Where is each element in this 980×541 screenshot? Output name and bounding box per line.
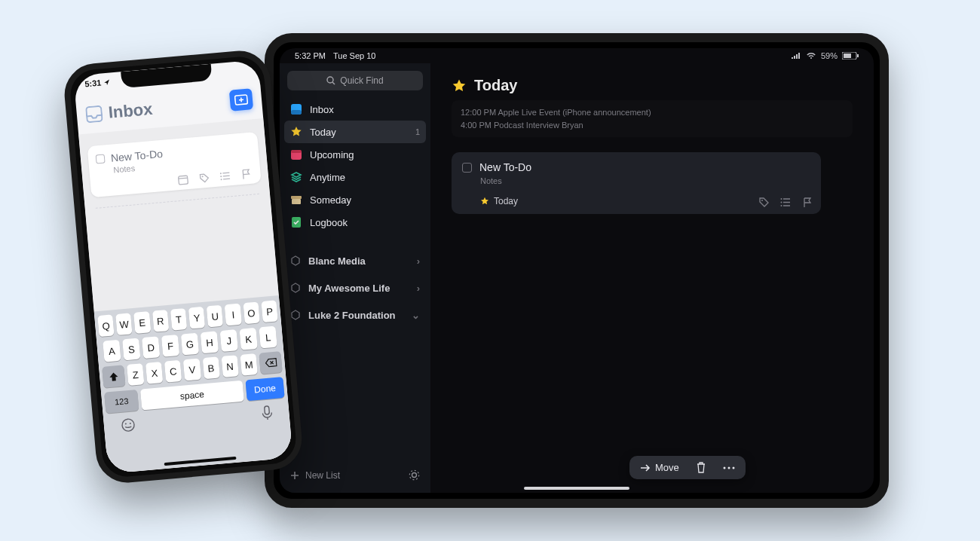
checkbox[interactable] bbox=[462, 163, 472, 173]
key-c[interactable]: C bbox=[164, 360, 182, 383]
key-space[interactable]: space bbox=[140, 381, 244, 411]
key-r[interactable]: R bbox=[152, 310, 170, 332]
key-v[interactable]: V bbox=[183, 359, 201, 381]
svg-rect-8 bbox=[291, 150, 302, 153]
calendar-icon[interactable] bbox=[177, 174, 188, 185]
key-123[interactable]: 123 bbox=[104, 390, 139, 414]
sidebar-label: Upcoming bbox=[310, 149, 354, 160]
new-list-button[interactable]: New List bbox=[290, 470, 340, 481]
key-o[interactable]: O bbox=[243, 302, 260, 325]
key-d[interactable]: D bbox=[142, 336, 160, 359]
key-i[interactable]: I bbox=[225, 304, 242, 326]
key-y[interactable]: Y bbox=[188, 307, 206, 329]
svg-point-30 bbox=[130, 423, 131, 424]
ipad-main: Today 12:00 PM Apple Live Event (iPhone … bbox=[430, 63, 874, 493]
mic-icon[interactable] bbox=[261, 405, 273, 420]
sidebar-item-anytime[interactable]: Anytime bbox=[280, 166, 430, 188]
emoji-icon[interactable] bbox=[120, 417, 136, 433]
todo-when-label: Today bbox=[494, 196, 518, 206]
key-f[interactable]: F bbox=[161, 335, 179, 357]
key-m[interactable]: M bbox=[240, 353, 258, 376]
svg-point-14 bbox=[761, 200, 763, 201]
flag-icon[interactable] bbox=[240, 169, 252, 180]
sidebar-label: Someday bbox=[310, 194, 351, 206]
plus-icon bbox=[290, 471, 299, 480]
svg-point-29 bbox=[125, 423, 127, 424]
iphone-status-time: 5:31 bbox=[84, 78, 111, 89]
status-time: 5:32 PM bbox=[295, 51, 326, 60]
new-todo-card[interactable]: New To-Do Notes bbox=[87, 132, 262, 197]
chevron-right-icon: › bbox=[417, 255, 420, 267]
sidebar-item-today[interactable]: Today 1 bbox=[284, 121, 426, 143]
page-title-text: Today bbox=[474, 77, 517, 94]
quick-find[interactable]: Quick Find bbox=[287, 71, 423, 90]
key-s[interactable]: S bbox=[122, 338, 140, 361]
area-label: Blanc Media bbox=[308, 255, 366, 267]
floating-toolbar: Move bbox=[629, 456, 746, 479]
key-q[interactable]: Q bbox=[97, 314, 115, 337]
checkbox[interactable] bbox=[96, 154, 106, 164]
chevron-down-icon: ⌄ bbox=[412, 310, 420, 321]
key-h[interactable]: H bbox=[201, 331, 219, 353]
sidebar-item-logbook[interactable]: Logbook bbox=[280, 211, 430, 234]
key-a[interactable]: A bbox=[103, 340, 121, 362]
key-backspace[interactable] bbox=[259, 351, 282, 374]
key-n[interactable]: N bbox=[221, 355, 239, 377]
new-todo-card[interactable]: New To-Do Notes Today bbox=[452, 152, 821, 214]
calendar-events: 12:00 PM Apple Live Event (iPhone announ… bbox=[452, 100, 853, 137]
status-battery-pct: 59% bbox=[821, 51, 838, 60]
flag-icon[interactable] bbox=[802, 197, 813, 208]
key-w[interactable]: W bbox=[115, 313, 133, 335]
svg-rect-2 bbox=[857, 54, 859, 57]
key-u[interactable]: U bbox=[207, 305, 224, 328]
star-icon bbox=[452, 78, 467, 93]
arrow-right-icon bbox=[640, 463, 651, 472]
checklist-icon[interactable] bbox=[219, 170, 231, 182]
sidebar-item-upcoming[interactable]: Upcoming bbox=[280, 143, 430, 166]
sidebar-label: Logbook bbox=[310, 217, 348, 228]
sidebar-item-inbox[interactable]: Inbox bbox=[280, 98, 430, 121]
key-b[interactable]: B bbox=[202, 356, 220, 379]
page-title: Today bbox=[452, 77, 853, 94]
move-label: Move bbox=[655, 462, 679, 473]
key-g[interactable]: G bbox=[181, 333, 199, 356]
key-p[interactable]: P bbox=[261, 300, 278, 322]
key-z[interactable]: Z bbox=[127, 363, 145, 386]
settings-icon[interactable] bbox=[409, 469, 420, 481]
svg-rect-6 bbox=[291, 110, 302, 115]
area-luke-2-foundation[interactable]: Luke 2 Foundation ⌄ bbox=[280, 301, 430, 329]
todo-title[interactable]: New To-Do bbox=[479, 161, 531, 173]
ipad-device: 5:32 PM Tue Sep 10 59% Quick Find Inbox bbox=[265, 33, 889, 508]
move-button[interactable]: Move bbox=[640, 462, 679, 473]
key-e[interactable]: E bbox=[133, 311, 151, 334]
key-x[interactable]: X bbox=[145, 362, 164, 384]
trash-icon[interactable] bbox=[696, 462, 706, 473]
shift-icon bbox=[109, 371, 119, 382]
archive-icon bbox=[290, 194, 302, 206]
key-l[interactable]: L bbox=[259, 326, 277, 349]
key-done[interactable]: Done bbox=[245, 377, 284, 401]
checklist-icon[interactable] bbox=[780, 197, 792, 208]
calendar-icon bbox=[290, 148, 302, 160]
tag-icon[interactable] bbox=[758, 197, 770, 208]
logbook-icon bbox=[290, 216, 302, 228]
area-label: Luke 2 Foundation bbox=[308, 310, 396, 321]
home-indicator[interactable] bbox=[524, 487, 629, 490]
key-shift[interactable] bbox=[102, 365, 125, 387]
key-k[interactable]: K bbox=[240, 328, 258, 350]
area-my-awesome-life[interactable]: My Awesome Life › bbox=[280, 274, 430, 301]
svg-point-26 bbox=[220, 176, 222, 177]
key-j[interactable]: J bbox=[220, 329, 238, 352]
todo-notes[interactable]: Notes bbox=[480, 176, 810, 185]
tag-icon[interactable] bbox=[198, 173, 210, 184]
more-icon[interactable] bbox=[723, 466, 735, 470]
layers-icon bbox=[290, 171, 302, 183]
svg-rect-23 bbox=[179, 176, 188, 185]
sidebar-item-someday[interactable]: Someday bbox=[280, 188, 430, 211]
sidebar-label: Anytime bbox=[310, 172, 345, 183]
inbox-icon bbox=[290, 103, 302, 115]
svg-line-4 bbox=[332, 82, 335, 84]
area-blanc-media[interactable]: Blanc Media › bbox=[280, 247, 430, 274]
new-todo-button[interactable] bbox=[229, 88, 253, 112]
key-t[interactable]: T bbox=[170, 308, 188, 331]
